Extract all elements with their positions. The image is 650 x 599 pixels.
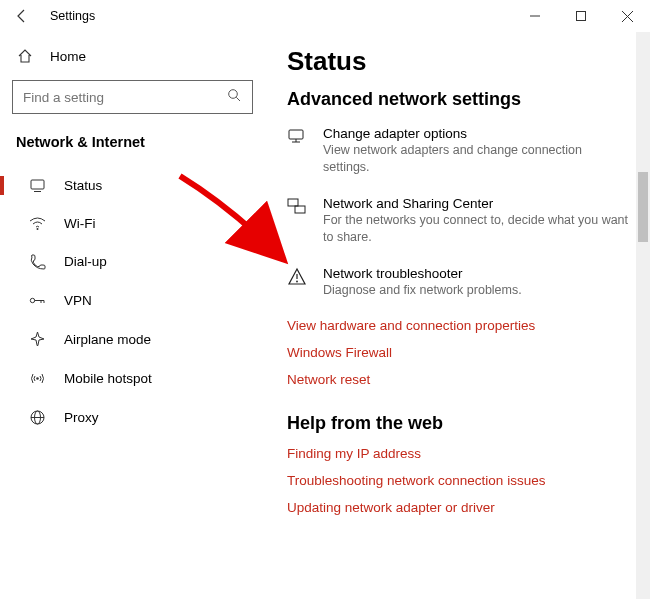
option-desc: For the networks you connect to, decide … [323, 212, 630, 246]
maximize-button[interactable] [558, 0, 604, 32]
sidebar-item-label: VPN [64, 293, 92, 308]
help-link-troubleshoot[interactable]: Troubleshooting network connection issue… [287, 473, 630, 488]
option-sharing-center[interactable]: Network and Sharing Center For the netwo… [287, 196, 630, 246]
hotspot-icon [28, 370, 46, 387]
search-input[interactable] [12, 80, 253, 114]
svg-point-9 [30, 298, 34, 302]
warning-icon [287, 266, 309, 299]
sidebar-item-proxy[interactable]: Proxy [10, 398, 255, 437]
link-windows-firewall[interactable]: Windows Firewall [287, 345, 630, 360]
svg-point-23 [296, 280, 298, 282]
link-hardware-properties[interactable]: View hardware and connection properties [287, 318, 630, 333]
sidebar-item-label: Proxy [64, 410, 99, 425]
link-network-reset[interactable]: Network reset [287, 372, 630, 387]
sidebar-item-hotspot[interactable]: Mobile hotspot [10, 359, 255, 398]
minimize-button[interactable] [512, 0, 558, 32]
svg-point-4 [229, 89, 238, 98]
search-icon [227, 88, 242, 107]
svg-rect-6 [31, 180, 44, 189]
sidebar-item-airplane[interactable]: Airplane mode [10, 320, 255, 359]
proxy-icon [28, 409, 46, 426]
page-title: Status [287, 46, 630, 77]
option-label: Network and Sharing Center [323, 196, 630, 211]
sidebar: Home Network & Internet Status [0, 32, 265, 599]
titlebar: Settings [0, 0, 650, 32]
sidebar-item-label: Airplane mode [64, 332, 151, 347]
option-label: Network troubleshooter [323, 266, 630, 281]
svg-point-13 [36, 377, 39, 380]
svg-point-8 [36, 228, 38, 230]
option-troubleshooter[interactable]: Network troubleshooter Diagnose and fix … [287, 266, 630, 299]
help-link-ip[interactable]: Finding my IP address [287, 446, 630, 461]
sidebar-item-label: Dial-up [64, 254, 107, 269]
scrollbar-thumb[interactable] [638, 172, 648, 242]
home-button[interactable]: Home [10, 40, 255, 72]
sidebar-item-vpn[interactable]: VPN [10, 281, 255, 320]
help-link-update-adapter[interactable]: Updating network adapter or driver [287, 500, 630, 515]
main-content: Status Advanced network settings Change … [265, 32, 650, 599]
svg-line-5 [236, 97, 240, 101]
section-subtitle: Advanced network settings [287, 89, 630, 110]
sharing-icon [287, 196, 309, 246]
wifi-icon [28, 217, 46, 231]
sidebar-item-status[interactable]: Status [10, 166, 255, 205]
option-change-adapter[interactable]: Change adapter options View network adap… [287, 126, 630, 176]
option-label: Change adapter options [323, 126, 630, 141]
status-icon [28, 177, 46, 194]
search-field[interactable] [23, 90, 227, 105]
svg-rect-21 [295, 206, 305, 213]
svg-rect-1 [577, 12, 586, 21]
dialup-icon [28, 253, 46, 270]
close-button[interactable] [604, 0, 650, 32]
scrollbar[interactable] [636, 32, 650, 599]
adapter-icon [287, 126, 309, 176]
back-icon[interactable] [6, 0, 38, 32]
sidebar-item-wifi[interactable]: Wi-Fi [10, 205, 255, 242]
vpn-icon [28, 292, 46, 309]
option-desc: Diagnose and fix network problems. [323, 282, 630, 299]
svg-rect-17 [289, 130, 303, 139]
option-desc: View network adapters and change connect… [323, 142, 630, 176]
help-section-title: Help from the web [287, 413, 630, 434]
svg-rect-20 [288, 199, 298, 206]
airplane-icon [28, 331, 46, 348]
sidebar-section-header: Network & Internet [10, 128, 255, 162]
sidebar-item-label: Mobile hotspot [64, 371, 152, 386]
sidebar-item-label: Status [64, 178, 102, 193]
home-icon [16, 48, 34, 64]
window-title: Settings [50, 9, 95, 23]
sidebar-item-label: Wi-Fi [64, 216, 95, 231]
sidebar-item-dialup[interactable]: Dial-up [10, 242, 255, 281]
home-label: Home [50, 49, 86, 64]
